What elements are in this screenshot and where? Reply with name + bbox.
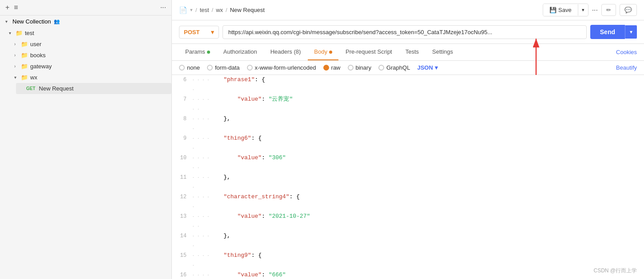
folder-icon: 📁 [21,63,28,70]
line-number: 7 [172,94,192,104]
radio-label-raw: raw [331,64,341,71]
breadcrumb: 📄 ▾ / test / wx / New Request [179,6,265,14]
tree-node-user: › 📁 user [5,39,171,50]
save-button-group: 💾 Save ▾ [543,4,588,16]
folder-test[interactable]: ▾ 📁 test [5,28,171,39]
tab-headers[interactable]: Headers (8) [264,44,307,60]
folder-icon: 📁 [21,74,28,81]
line-number: 13 [172,212,192,221]
code-line: 11 · · · · · }, [172,173,644,192]
line-content: }, [210,114,644,124]
add-collection-button[interactable]: + [5,4,9,12]
users-icon: 👥 [54,19,60,24]
edit-button[interactable]: ✏ [601,4,616,16]
menu-icon-button[interactable]: ≡ [14,4,18,12]
line-number: 11 [172,173,192,182]
code-editor[interactable]: 6 · · · · · "phrase1": { 7 · · · · · · "… [172,75,644,279]
beautify-link[interactable]: Beautify [616,64,637,71]
radio-raw[interactable]: raw [323,64,341,71]
line-content: }, [210,173,644,182]
folder-user[interactable]: › 📁 user [11,39,171,50]
radio-circle-form-data [207,65,213,71]
chevron-right-icon: › [14,64,19,69]
save-button[interactable]: 💾 Save [543,4,577,16]
breadcrumb-dropdown-icon[interactable]: ▾ [190,7,193,13]
line-dots: · · · · · · [192,94,210,114]
radio-label-binary: binary [356,64,371,71]
folder-icon: 📁 [16,30,23,36]
json-format-select[interactable]: JSON ▾ [417,64,437,71]
tab-authorization[interactable]: Authorization [217,44,263,60]
method-badge-get: GET [26,86,36,91]
comment-button[interactable]: 💬 [620,4,637,16]
folder-icon: 📁 [21,52,28,59]
line-number: 9 [172,134,192,143]
folder-wx[interactable]: ▾ 📁 wx [11,72,171,83]
radio-x-www[interactable]: x-www-form-urlencoded [247,64,316,71]
sidebar-header: + ≡ ··· [0,0,171,16]
folder-gateway[interactable]: › 📁 gateway [11,61,171,72]
method-label: POST [184,29,199,35]
code-line: 15 · · · · · "thing9": { [172,251,644,270]
sidebar-top-left: + ≡ [5,4,18,12]
line-dots: · · · · · [192,173,210,192]
line-dots: · · · · · · [192,212,210,231]
line-number: 14 [172,231,192,241]
method-select[interactable]: POST ▾ [179,26,219,39]
line-dots: · · · · · [192,114,210,134]
url-input[interactable] [223,25,587,39]
send-button[interactable]: Send [590,25,625,39]
chevron-right-icon: › [14,42,19,47]
tree-node-gateway: › 📁 gateway [5,61,171,72]
line-dots: · · · · · [192,134,210,153]
folder-books[interactable]: › 📁 books [11,50,171,61]
tab-settings[interactable]: Settings [426,44,459,60]
header-bar: 📄 ▾ / test / wx / New Request 💾 Save ▾ ·… [172,0,644,20]
tab-body[interactable]: Body [308,44,338,60]
header-more-button[interactable]: ··· [592,6,598,14]
code-line: 14 · · · · · }, [172,231,644,251]
tab-tests[interactable]: Tests [399,44,425,60]
body-options-bar: none form-data x-www-form-urlencoded raw… [172,61,644,75]
tab-params[interactable]: Params [179,44,216,60]
folder-icon: 📁 [21,41,28,47]
breadcrumb-icon: 📄 [179,6,187,14]
folder-label-books: books [30,52,46,59]
collection-item[interactable]: ▾ New Collection 👥 [0,16,171,28]
watermark-label: CSDN @行而上学 [593,267,637,275]
line-content: "value": "2021-10-27" [210,212,644,221]
tree-node-wx: ▾ 📁 wx GET New Request [5,72,171,94]
folder-label-gateway: gateway [30,63,52,70]
json-label: JSON [417,64,433,71]
sidebar-more-button[interactable]: ··· [160,4,166,12]
chevron-down-icon: ▾ [9,31,13,35]
tab-pre-request-script[interactable]: Pre-request Script [339,44,398,60]
code-line: 7 · · · · · · "value": "云养宠" [172,94,644,114]
collection-title: New Collection 👥 [12,18,60,25]
line-dots: · · · · · [192,231,210,251]
radio-form-data[interactable]: form-data [207,64,240,71]
line-number: 8 [172,114,192,124]
radio-binary[interactable]: binary [348,64,371,71]
code-lines-container: 6 · · · · · "phrase1": { 7 · · · · · · "… [172,75,644,279]
collection-name-label: New Collection [12,18,51,25]
breadcrumb-wx: wx [216,7,223,13]
folder-label-test: test [25,30,34,36]
request-new-request[interactable]: GET New Request [16,83,171,94]
line-content: "value": "306" [210,153,644,163]
chevron-down-icon: ▾ [5,19,10,24]
radio-none[interactable]: none [179,64,200,71]
line-number: 12 [172,192,192,202]
tree-node-test: ▾ 📁 test › 📁 user › 📁 books › 📁 gateway [0,28,171,94]
tabs-bar: Params Authorization Headers (8) Body Pr… [172,44,644,61]
save-dropdown-button[interactable]: ▾ [578,4,588,16]
cookies-link[interactable]: Cookies [616,49,637,55]
line-content: }, [210,231,644,241]
breadcrumb-sep3: / [226,7,227,13]
chevron-right-icon: › [14,53,19,58]
request-label-new-request: New Request [39,85,74,92]
send-dropdown-button[interactable]: ▾ [625,25,637,39]
line-dots: · · · · · · [192,153,210,173]
radio-graphql[interactable]: GraphQL [378,64,410,71]
radio-circle-raw [323,65,329,71]
